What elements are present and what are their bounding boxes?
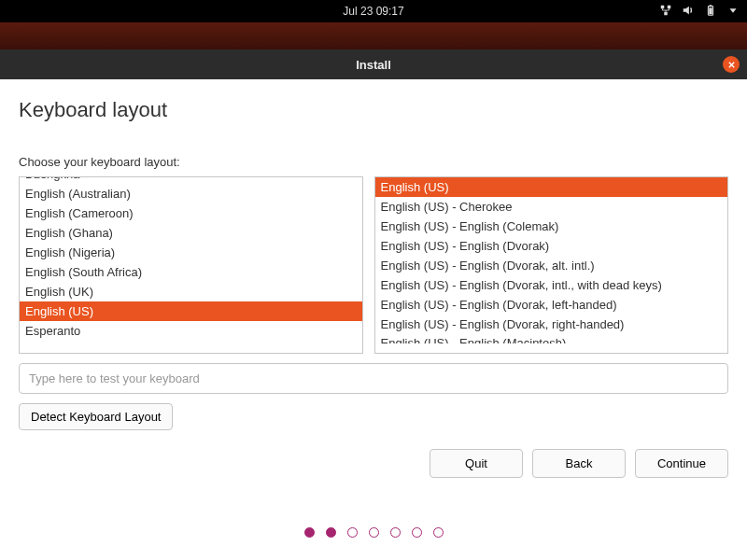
list-item[interactable]: English (US) - English (Macintosh) [375,334,727,343]
page-title: Keyboard layout [19,98,728,122]
progress-dots [0,504,747,560]
instruction-label: Choose your keyboard layout: [19,155,728,169]
variant-list[interactable]: English (US)English (US) - CherokeeEngli… [374,176,728,354]
list-item[interactable]: English (US) - English (Dvorak, alt. int… [375,256,727,275]
progress-dot [390,527,401,538]
progress-dot [304,527,315,538]
system-top-bar: Jul 23 09:17 [0,0,747,22]
list-item[interactable]: English (US) - English (Dvorak, left-han… [375,295,727,315]
list-item[interactable]: English (Ghana) [20,223,362,243]
list-item[interactable]: English (US) - English (Dvorak, right-ha… [375,315,727,334]
list-item[interactable]: Dzongkha [20,176,362,184]
progress-dot [326,527,336,538]
volume-icon[interactable] [682,4,695,20]
clock-text: Jul 23 09:17 [343,5,403,18]
progress-dot [412,527,422,538]
list-item[interactable]: English (US) [20,301,362,321]
window-title: Install [356,58,391,72]
layout-lists: DzongkhaEnglish (Australian)English (Cam… [19,176,728,354]
svg-rect-9 [710,5,712,6]
list-item[interactable]: English (US) - English (Dvorak) [375,236,727,256]
svg-rect-0 [661,5,665,8]
close-button[interactable] [723,56,740,73]
progress-dot [433,527,444,538]
decorative-strip [0,22,747,49]
language-list[interactable]: DzongkhaEnglish (Australian)English (Cam… [19,176,363,354]
list-item[interactable]: English (Nigeria) [20,243,362,262]
nav-buttons: Quit Back Continue [19,449,728,478]
list-item[interactable]: English (Cameroon) [20,203,362,223]
list-item[interactable]: English (US) - English (Colemak) [375,217,727,236]
quit-button[interactable]: Quit [430,449,523,478]
svg-rect-2 [664,11,668,15]
svg-marker-11 [730,8,737,12]
battery-icon[interactable] [704,4,717,20]
list-item[interactable]: Esperanto [20,321,362,341]
chevron-down-icon[interactable] [726,4,740,20]
svg-rect-10 [709,7,712,14]
window-title-bar: Install [0,49,747,79]
installer-content: Keyboard layout Choose your keyboard lay… [0,79,747,504]
network-icon[interactable] [659,4,672,20]
svg-rect-1 [668,5,671,8]
list-item[interactable]: English (US) [375,177,727,197]
list-item[interactable]: English (US) - Cherokee [375,197,727,217]
keyboard-test-input[interactable] [19,363,728,394]
continue-button[interactable]: Continue [635,449,728,478]
back-button[interactable]: Back [532,449,626,478]
progress-dot [369,527,379,538]
progress-dot [347,527,358,538]
system-tray [659,4,740,20]
svg-marker-7 [684,6,689,14]
list-item[interactable]: English (US) - English (Dvorak, intl., w… [375,275,727,295]
list-item[interactable]: English (Australian) [20,184,362,203]
list-item[interactable]: English (South Africa) [20,262,362,282]
list-item[interactable]: English (UK) [20,282,362,301]
detect-layout-button[interactable]: Detect Keyboard Layout [19,403,173,430]
